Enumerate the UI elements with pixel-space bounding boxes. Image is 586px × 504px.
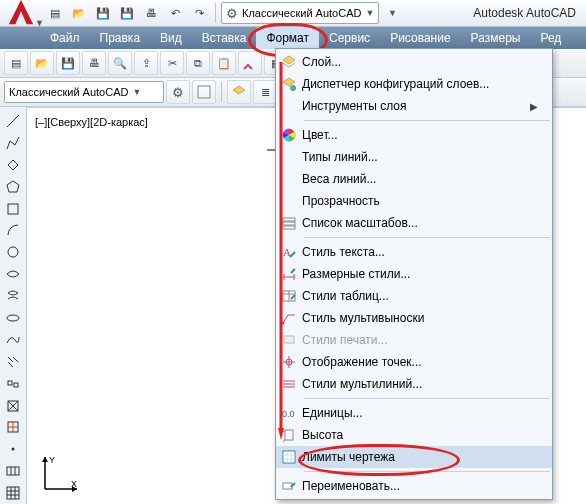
svg-text:Y: Y (49, 455, 55, 465)
tb-layer2-icon[interactable]: ≣ (253, 80, 277, 104)
svg-point-32 (290, 85, 296, 91)
draw-tool-6[interactable] (2, 242, 24, 262)
draw-tool-0[interactable] (2, 111, 24, 131)
draw-tool-12[interactable] (2, 374, 24, 394)
svg-line-1 (7, 115, 19, 127)
tb-copy-icon[interactable]: ⧉ (186, 51, 210, 75)
menu-item-ред[interactable]: Ред (530, 27, 571, 49)
tb-print-icon[interactable]: 🖶 (82, 51, 106, 75)
menu-item-формат[interactable]: Формат (256, 27, 319, 49)
workspace-combo-text: Классический AutoCAD (242, 7, 361, 19)
tb-cut-icon[interactable]: ✂ (160, 51, 184, 75)
menu-item-инструменты-слоя[interactable]: Инструменты слоя▶ (276, 95, 552, 117)
draw-tool-9[interactable] (2, 308, 24, 328)
draw-tool-16[interactable] (2, 461, 24, 481)
menu-item-слой-[interactable]: Слой... (276, 51, 552, 73)
menu-item-размерные-стили-[interactable]: Размерные стили... (276, 263, 552, 285)
menu-item-стили-мультилиний-[interactable]: Стили мультилиний... (276, 373, 552, 395)
draw-tool-1[interactable] (2, 133, 24, 153)
svg-rect-34 (283, 218, 295, 221)
draw-tool-17[interactable] (2, 483, 24, 503)
svg-rect-36 (283, 226, 295, 229)
draw-tool-7[interactable] (2, 264, 24, 284)
tb-publish-icon[interactable]: ⇪ (134, 51, 158, 75)
menu-item-label: Стили таблиц... (302, 289, 530, 303)
viewport-label[interactable]: [–][Сверху][2D-каркас] (35, 116, 148, 128)
menu-item-стиль-текста-[interactable]: AСтиль текста... (276, 241, 552, 263)
chevron-down-icon: ▼ (132, 87, 141, 97)
tb-preview-icon[interactable]: 🔍 (108, 51, 132, 75)
menu-item-label: Типы линий... (302, 150, 530, 164)
draw-tool-2[interactable] (2, 155, 24, 175)
menu-item-правка[interactable]: Правка (90, 27, 151, 49)
menu-item-лимиты-чертежа[interactable]: Лимиты чертежа (276, 446, 552, 468)
scale-list-icon (276, 216, 302, 230)
menu-item-label: Прозрачность (302, 194, 530, 208)
color-wheel-icon (276, 128, 302, 142)
tb-ws-a-icon[interactable] (192, 80, 216, 104)
qat-print-icon[interactable]: 🖶 (140, 2, 162, 24)
menu-item-цвет-[interactable]: Цвет... (276, 124, 552, 146)
limits-icon (276, 450, 302, 464)
menu-item-единицы-[interactable]: 0.0Единицы... (276, 402, 552, 424)
draw-tool-8[interactable] (2, 286, 24, 306)
qat-open-icon[interactable]: 📂 (68, 2, 90, 24)
dim-style-icon (276, 267, 302, 281)
menu-item-типы-линий-[interactable]: Типы линий... (276, 146, 552, 168)
menu-item-переименовать-[interactable]: Переименовать... (276, 475, 552, 497)
tb-paste-icon[interactable]: 📋 (212, 51, 236, 75)
ucs-icon: Y X (41, 453, 81, 495)
menu-item-размеры[interactable]: Размеры (461, 27, 531, 49)
table-style-icon (276, 289, 302, 303)
separator (221, 82, 222, 102)
menu-item-label: Стили печати... (302, 333, 530, 347)
menu-item-label: Стиль текста... (302, 245, 530, 259)
draw-tool-5[interactable] (2, 220, 24, 240)
workspace-combo[interactable]: ⚙ Классический AutoCAD ▼ (221, 2, 379, 24)
menu-item-стили-печати-: Стили печати... (276, 329, 552, 351)
qat-more-icon[interactable]: ▼ (381, 2, 403, 24)
draw-tool-10[interactable] (2, 330, 24, 350)
menu-item-отображение-точек-[interactable]: Отображение точек... (276, 351, 552, 373)
qat-new-icon[interactable]: ▤ (44, 2, 66, 24)
qat-redo-icon[interactable]: ↷ (188, 2, 210, 24)
qat-saveas-icon[interactable]: 💾 (116, 2, 138, 24)
draw-tool-3[interactable] (2, 177, 24, 197)
draw-tool-14[interactable] (2, 417, 24, 437)
gear-icon: ⚙ (226, 6, 238, 21)
menu-item-стили-таблиц-[interactable]: Стили таблиц... (276, 285, 552, 307)
menu-item-высота[interactable]: Высота (276, 424, 552, 446)
svg-rect-45 (284, 336, 294, 343)
qat-save-icon[interactable]: 💾 (92, 2, 114, 24)
qat-undo-icon[interactable]: ↶ (164, 2, 186, 24)
workspace-combo-2[interactable]: Классический AutoCAD ▼ (4, 81, 164, 103)
menu-item-рисование[interactable]: Рисование (380, 27, 460, 49)
menu-item-label: Слой... (302, 55, 530, 69)
tb-open-icon[interactable]: 📂 (30, 51, 54, 75)
mline-style-icon (276, 377, 302, 391)
tb-match-icon[interactable] (238, 51, 262, 75)
menu-item-сервис[interactable]: Сервис (319, 27, 380, 49)
menu-item-диспетчер-конфигураций-слоев-[interactable]: Диспетчер конфигураций слоев... (276, 73, 552, 95)
tb-ws-gear-icon[interactable]: ⚙ (166, 80, 190, 104)
menu-item-label: Инструменты слоя (302, 99, 530, 113)
layer-icon (276, 55, 302, 69)
draw-tool-15[interactable] (2, 439, 24, 459)
app-menu-button[interactable]: ▼ (4, 0, 38, 30)
menu-item-список-масштабов-[interactable]: Список масштабов... (276, 212, 552, 234)
draw-tool-13[interactable] (2, 396, 24, 416)
menu-item-файл[interactable]: Файл (40, 27, 90, 49)
menu-item-прозрачность[interactable]: Прозрачность (276, 190, 552, 212)
tb-new-icon[interactable]: ▤ (4, 51, 28, 75)
draw-tool-4[interactable] (2, 199, 24, 219)
draw-tool-11[interactable] (2, 352, 24, 372)
menu-item-веса-линий-[interactable]: Веса линий... (276, 168, 552, 190)
menu-item-стиль-мультивыноски[interactable]: Стиль мультивыноски (276, 307, 552, 329)
menu-item-вид[interactable]: Вид (150, 27, 192, 49)
menu-item-вставка[interactable]: Вставка (192, 27, 257, 49)
menu-item-label: Отображение точек... (302, 355, 530, 369)
combo-text: Классический AutoCAD (9, 86, 128, 98)
tb-save-icon[interactable]: 💾 (56, 51, 80, 75)
format-dropdown: Слой...Диспетчер конфигураций слоев...Ин… (275, 48, 553, 500)
tb-layer-icon[interactable] (227, 80, 251, 104)
